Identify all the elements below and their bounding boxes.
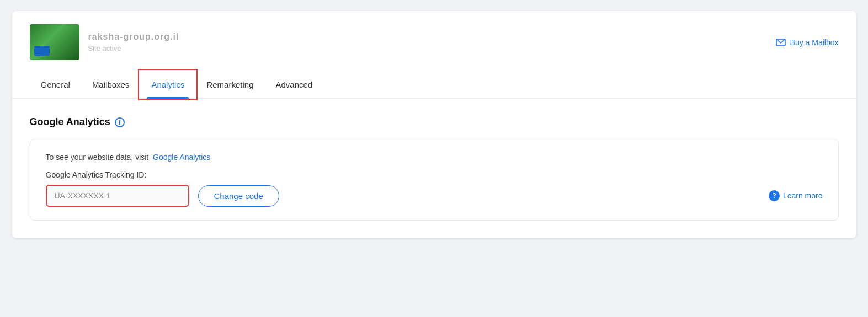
tracking-id-input[interactable] [46,185,189,207]
tab-analytics[interactable]: Analytics [140,71,195,98]
google-analytics-link[interactable]: Google Analytics [153,153,210,162]
tab-remarketing[interactable]: Remarketing [195,71,264,98]
site-logo [30,24,79,60]
site-name: raksha-group.org.il [88,32,179,42]
main-content: Google Analytics i To see your website d… [12,99,856,238]
info-icon[interactable]: i [115,117,125,127]
visit-text: To see your website data, visit Google A… [46,153,823,162]
tracking-row: Change code ? Learn more [46,185,823,207]
google-analytics-title: Google Analytics [30,116,110,128]
mailbox-icon [776,39,786,46]
learn-more-label: Learn more [783,191,823,200]
change-code-button[interactable]: Change code [198,185,279,207]
buy-mailbox-label: Buy a Mailbox [790,38,839,47]
header-left: raksha-group.org.il Site active [30,24,179,60]
question-icon: ? [769,190,780,201]
page-container: raksha-group.org.il Site active Buy a Ma… [12,11,856,238]
tabs-nav: General Mailboxes Analytics Remarketing … [12,71,856,99]
analytics-card: To see your website data, visit Google A… [30,139,839,221]
tab-general[interactable]: General [30,71,81,98]
tab-advanced[interactable]: Advanced [264,71,323,98]
site-status: Site active [88,44,179,52]
section-title: Google Analytics i [30,116,839,128]
learn-more-link[interactable]: ? Learn more [769,190,823,201]
buy-mailbox-button[interactable]: Buy a Mailbox [776,38,839,47]
site-info: raksha-group.org.il Site active [88,32,179,52]
tab-mailboxes[interactable]: Mailboxes [81,71,141,98]
tracking-label: Google Analytics Tracking ID: [46,170,823,179]
header: raksha-group.org.il Site active Buy a Ma… [12,11,856,71]
